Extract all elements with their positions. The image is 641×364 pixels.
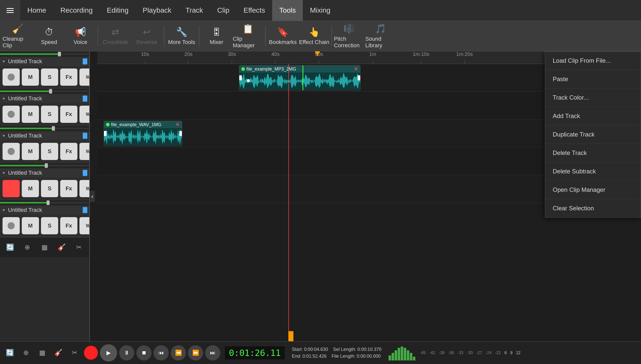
- delete-icon[interactable]: ✂: [71, 240, 87, 255]
- snap-tool-icon[interactable]: ⊕: [19, 346, 33, 360]
- toolbar-btn-pitch-correction[interactable]: 🎼Pitch Correction: [334, 22, 364, 50]
- hamburger-button[interactable]: [0, 0, 20, 21]
- rewind-button[interactable]: ⏪: [171, 345, 186, 360]
- fast-forward-button[interactable]: ⏩: [188, 345, 203, 360]
- track-fx-btn-4[interactable]: Fx: [60, 217, 77, 234]
- fader-knob-1[interactable]: [49, 89, 52, 94]
- track-fx-btn-3[interactable]: Fx: [60, 180, 77, 197]
- toolbar-btn-effect-chain[interactable]: 👆Effect Chain: [299, 22, 329, 50]
- track-record-btn-0[interactable]: [3, 69, 20, 86]
- go-end-button[interactable]: ⏭: [205, 345, 220, 360]
- track-fader-strip-0[interactable]: [0, 51, 89, 57]
- track-fader-strip-1[interactable]: [0, 88, 89, 94]
- track-fader-strip-4[interactable]: [0, 200, 89, 206]
- toolbar-btn-mixer[interactable]: 🎛Mixer: [201, 22, 232, 50]
- context-menu-paste[interactable]: Paste: [545, 70, 641, 88]
- wav-clip[interactable]: file_example_WAV_1MG✕: [104, 121, 182, 146]
- track-solo-btn-2[interactable]: S: [41, 143, 58, 160]
- toolbar-btn-cleanup-clip[interactable]: 🧹Cleanup Clip: [3, 22, 33, 50]
- toolbar-btn-bookmarks[interactable]: 🔖Bookmarks: [268, 22, 298, 50]
- pause-button[interactable]: ⏸: [119, 345, 134, 360]
- track-solo-btn-1[interactable]: S: [41, 106, 58, 123]
- menu-item-mixing[interactable]: Mixing: [303, 0, 337, 21]
- menu-item-tools[interactable]: Tools: [272, 0, 303, 21]
- track-color-0[interactable]: [83, 58, 87, 64]
- menu-item-effects[interactable]: Effects: [237, 0, 272, 21]
- menu-item-clip[interactable]: Clip: [210, 0, 237, 21]
- context-menu-add-track[interactable]: Add Track: [545, 107, 641, 125]
- fader-knob-0[interactable]: [58, 52, 61, 56]
- track-fx-btn-1[interactable]: Fx: [60, 106, 77, 123]
- wav-clip-handle-left[interactable]: [104, 131, 106, 136]
- context-menu-load-clip[interactable]: Load Clip From File...: [545, 52, 641, 70]
- track-mute-btn-4[interactable]: M: [22, 217, 39, 234]
- toolbar-btn-voice[interactable]: 📢Voice: [65, 22, 96, 50]
- play-button[interactable]: ▶: [100, 344, 117, 361]
- track-collapse-3[interactable]: ▼: [2, 171, 6, 175]
- record-button[interactable]: [84, 346, 98, 360]
- track-record-btn-4[interactable]: [3, 217, 20, 234]
- track-w-btn-3[interactable]: W: [79, 180, 90, 197]
- context-menu-delete-subtrack[interactable]: Delete Subtrack: [545, 162, 641, 181]
- context-menu-track-color[interactable]: Track Color...: [545, 88, 641, 107]
- toolbar-btn-clip-manager[interactable]: 📋Clip Manager: [233, 22, 263, 50]
- track-fader-strip-2[interactable]: [0, 126, 89, 131]
- toolbar-btn-sound-library[interactable]: 🎵Sound Library: [365, 22, 396, 50]
- mp3-clip-handle-left[interactable]: [239, 75, 242, 80]
- track-w-btn-4[interactable]: W: [79, 217, 90, 234]
- track-record-btn-1[interactable]: [3, 106, 20, 123]
- wav-clip-close[interactable]: ✕: [175, 121, 180, 128]
- track-color-2[interactable]: [83, 133, 87, 139]
- mp3-clip-handle-right[interactable]: [358, 75, 360, 80]
- go-start-button[interactable]: ⏮: [154, 345, 169, 360]
- mp3-clip[interactable]: file_example_MP3_2MG✕: [239, 65, 360, 90]
- track-solo-btn-0[interactable]: S: [41, 69, 58, 86]
- grid-tool-icon[interactable]: ▦: [35, 346, 50, 360]
- track-color-3[interactable]: [83, 170, 87, 176]
- playhead-scrubber[interactable]: [288, 331, 293, 341]
- metronome-tool-icon[interactable]: 🎸: [51, 346, 66, 360]
- menu-item-recording[interactable]: Recording: [53, 0, 100, 21]
- fader-knob-2[interactable]: [52, 126, 55, 131]
- track-solo-btn-3[interactable]: S: [41, 180, 58, 197]
- metronome-icon[interactable]: 🎸: [54, 240, 69, 255]
- track-color-1[interactable]: [83, 96, 87, 102]
- track-w-btn-0[interactable]: W: [79, 69, 90, 86]
- context-menu-delete-track[interactable]: Delete Track: [545, 144, 641, 162]
- context-menu-clear-selection[interactable]: Clear Selection: [545, 199, 641, 217]
- track-mute-btn-0[interactable]: M: [22, 69, 39, 86]
- track-mute-btn-3[interactable]: M: [22, 180, 39, 197]
- menu-item-home[interactable]: Home: [20, 0, 53, 21]
- loop-icon[interactable]: 🔄: [3, 240, 18, 255]
- track-solo-btn-4[interactable]: S: [41, 217, 58, 234]
- track-mute-btn-1[interactable]: M: [22, 106, 39, 123]
- track-collapse-1[interactable]: ▼: [2, 97, 6, 101]
- toolbar-btn-speed[interactable]: ⏱Speed: [34, 22, 64, 50]
- track-fader-strip-3[interactable]: [0, 163, 89, 168]
- track-collapse-2[interactable]: ▼: [2, 134, 6, 138]
- collapse-panel-button[interactable]: ‹: [90, 191, 95, 202]
- track-fx-btn-0[interactable]: Fx: [60, 69, 77, 86]
- scissor-tool-icon[interactable]: ✂: [67, 346, 82, 360]
- track-w-btn-1[interactable]: W: [79, 106, 90, 123]
- menu-item-playback[interactable]: Playback: [136, 0, 179, 21]
- snap-icon[interactable]: ⊕: [20, 240, 35, 255]
- grid-icon[interactable]: ▦: [37, 240, 52, 255]
- track-mute-btn-2[interactable]: M: [22, 143, 39, 160]
- bookmark-flag[interactable]: [315, 51, 320, 56]
- toolbar-btn-more-tools[interactable]: 🔧More Tools: [166, 22, 197, 50]
- menu-item-editing[interactable]: Editing: [100, 0, 136, 21]
- wav-clip-handle-right[interactable]: [179, 131, 182, 136]
- track-color-4[interactable]: [83, 207, 87, 213]
- track-collapse-0[interactable]: ▼: [2, 59, 6, 63]
- stop-button[interactable]: ⏹: [136, 345, 152, 360]
- fader-knob-4[interactable]: [47, 200, 50, 205]
- track-collapse-4[interactable]: ▼: [2, 208, 6, 212]
- track-record-btn-2[interactable]: [3, 143, 20, 160]
- context-menu-duplicate-track[interactable]: Duplicate Track: [545, 125, 641, 144]
- track-record-btn-3[interactable]: [3, 180, 20, 197]
- context-menu-open-clip-manager[interactable]: Open Clip Manager: [545, 181, 641, 199]
- fader-knob-3[interactable]: [45, 163, 48, 168]
- mp3-clip-close[interactable]: ✕: [354, 66, 358, 72]
- track-fx-btn-2[interactable]: Fx: [60, 143, 77, 160]
